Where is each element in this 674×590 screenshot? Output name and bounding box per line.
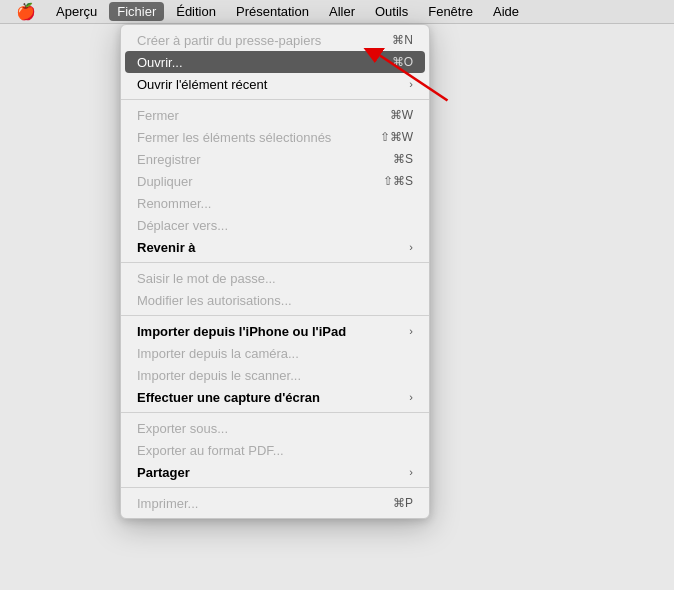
- ouvrir-recent-arrow: ›: [409, 78, 413, 90]
- fermer-sel-menu-item[interactable]: Fermer les éléments sélectionnés ⇧⌘W: [121, 126, 429, 148]
- enregistrer-label: Enregistrer: [137, 152, 373, 167]
- ouvrir-menu-item[interactable]: Ouvrir... ⌘O: [125, 51, 425, 73]
- ouvrir-label: Ouvrir...: [137, 55, 372, 70]
- importer-scanner-menu-item[interactable]: Importer depuis le scanner...: [121, 364, 429, 386]
- fermer-menu-item[interactable]: Fermer ⌘W: [121, 104, 429, 126]
- fermer-sel-shortcut: ⇧⌘W: [380, 130, 413, 144]
- capture-arrow: ›: [409, 391, 413, 403]
- modifier-auth-label: Modifier les autorisations...: [137, 293, 413, 308]
- partager-label: Partager: [137, 465, 399, 480]
- menu-bar: 🍎 Aperçu Fichier Édition Présentation Al…: [0, 0, 674, 24]
- separator-4: [121, 412, 429, 413]
- ouvrir-shortcut: ⌘O: [392, 55, 413, 69]
- saisir-mdp-menu-item[interactable]: Saisir le mot de passe...: [121, 267, 429, 289]
- separator-5: [121, 487, 429, 488]
- dupliquer-menu-item[interactable]: Dupliquer ⇧⌘S: [121, 170, 429, 192]
- fermer-shortcut: ⌘W: [390, 108, 413, 122]
- partager-arrow: ›: [409, 466, 413, 478]
- deplacer-menu-item[interactable]: Déplacer vers...: [121, 214, 429, 236]
- capture-label: Effectuer une capture d'écran: [137, 390, 399, 405]
- presentation-menu[interactable]: Présentation: [228, 2, 317, 21]
- importer-scanner-label: Importer depuis le scanner...: [137, 368, 413, 383]
- fichier-menu[interactable]: Fichier: [109, 2, 164, 21]
- apple-menu[interactable]: 🍎: [8, 2, 44, 21]
- revenir-label: Revenir à: [137, 240, 399, 255]
- modifier-auth-menu-item[interactable]: Modifier les autorisations...: [121, 289, 429, 311]
- imprimer-shortcut: ⌘P: [393, 496, 413, 510]
- separator-1: [121, 99, 429, 100]
- importer-camera-menu-item[interactable]: Importer depuis la caméra...: [121, 342, 429, 364]
- creer-menu-item[interactable]: Créer à partir du presse-papiers ⌘N: [121, 29, 429, 51]
- edition-menu[interactable]: Édition: [168, 2, 224, 21]
- exporter-sous-menu-item[interactable]: Exporter sous...: [121, 417, 429, 439]
- revenir-menu-item[interactable]: Revenir à ›: [121, 236, 429, 258]
- aller-menu[interactable]: Aller: [321, 2, 363, 21]
- importer-iphone-label: Importer depuis l'iPhone ou l'iPad: [137, 324, 399, 339]
- imprimer-menu-item[interactable]: Imprimer... ⌘P: [121, 492, 429, 514]
- saisir-mdp-label: Saisir le mot de passe...: [137, 271, 413, 286]
- partager-menu-item[interactable]: Partager ›: [121, 461, 429, 483]
- separator-3: [121, 315, 429, 316]
- fenetre-menu[interactable]: Fenêtre: [420, 2, 481, 21]
- outils-menu[interactable]: Outils: [367, 2, 416, 21]
- creer-shortcut: ⌘N: [392, 33, 413, 47]
- fermer-sel-label: Fermer les éléments sélectionnés: [137, 130, 360, 145]
- dupliquer-shortcut: ⇧⌘S: [383, 174, 413, 188]
- deplacer-label: Déplacer vers...: [137, 218, 413, 233]
- aide-menu[interactable]: Aide: [485, 2, 527, 21]
- exporter-pdf-label: Exporter au format PDF...: [137, 443, 413, 458]
- dupliquer-label: Dupliquer: [137, 174, 363, 189]
- importer-iphone-arrow: ›: [409, 325, 413, 337]
- enregistrer-shortcut: ⌘S: [393, 152, 413, 166]
- importer-camera-label: Importer depuis la caméra...: [137, 346, 413, 361]
- renommer-label: Renommer...: [137, 196, 413, 211]
- creer-label: Créer à partir du presse-papiers: [137, 33, 372, 48]
- apercu-menu[interactable]: Aperçu: [48, 2, 105, 21]
- revenir-arrow: ›: [409, 241, 413, 253]
- renommer-menu-item[interactable]: Renommer...: [121, 192, 429, 214]
- imprimer-label: Imprimer...: [137, 496, 373, 511]
- capture-menu-item[interactable]: Effectuer une capture d'écran ›: [121, 386, 429, 408]
- exporter-sous-label: Exporter sous...: [137, 421, 413, 436]
- fichier-dropdown: Créer à partir du presse-papiers ⌘N Ouvr…: [120, 24, 430, 519]
- ouvrir-recent-label: Ouvrir l'élément récent: [137, 77, 399, 92]
- enregistrer-menu-item[interactable]: Enregistrer ⌘S: [121, 148, 429, 170]
- separator-2: [121, 262, 429, 263]
- exporter-pdf-menu-item[interactable]: Exporter au format PDF...: [121, 439, 429, 461]
- fermer-label: Fermer: [137, 108, 370, 123]
- importer-iphone-menu-item[interactable]: Importer depuis l'iPhone ou l'iPad ›: [121, 320, 429, 342]
- ouvrir-recent-menu-item[interactable]: Ouvrir l'élément récent ›: [121, 73, 429, 95]
